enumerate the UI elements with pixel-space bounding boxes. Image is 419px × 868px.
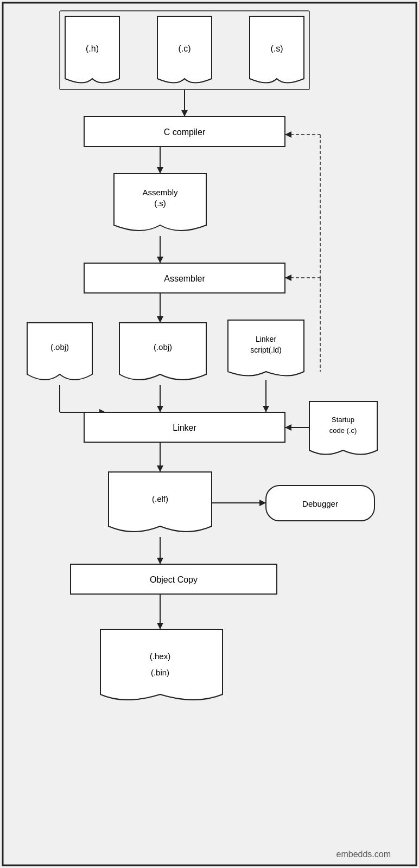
- linker-node: Linker: [84, 412, 285, 442]
- linker-script-node: Linker script(.ld): [228, 320, 304, 376]
- s-file-label: (.s): [270, 44, 283, 53]
- linker-label: Linker: [173, 423, 196, 432]
- linker-script-label1: Linker: [256, 335, 276, 343]
- diagram-container: (.h) (.c) (.s) C compiler: [0, 0, 419, 868]
- debugger-label: Debugger: [302, 499, 338, 508]
- h-file-node: (.h): [65, 16, 119, 83]
- c-compiler-label: C compiler: [164, 127, 206, 137]
- assembler-node: Assembler: [84, 263, 285, 293]
- obj1-node: (.obj): [27, 323, 92, 380]
- elf-node: (.elf): [109, 472, 212, 532]
- linker-script-label2: script(.ld): [250, 346, 282, 354]
- obj2-node: (.obj): [119, 323, 206, 380]
- h-file-label: (.h): [86, 44, 99, 53]
- watermark-text: embedds.com: [337, 850, 391, 859]
- bin-label: (.bin): [151, 668, 169, 677]
- startup-node: Startup code (.c): [309, 401, 377, 455]
- startup-label2: code (.c): [329, 426, 357, 435]
- debugger-node: Debugger: [266, 486, 374, 521]
- obj2-label: (.obj): [154, 342, 172, 352]
- assembly-node: Assembly (.s): [114, 174, 206, 231]
- s-file-node: (.s): [250, 16, 304, 83]
- obj1-label: (.obj): [50, 342, 69, 352]
- c-file-label: (.c): [178, 44, 191, 53]
- hex-bin-node: (.hex) (.bin): [100, 629, 223, 700]
- object-copy-label: Object Copy: [150, 575, 198, 584]
- assembly-label1: Assembly: [142, 188, 178, 197]
- c-compiler-node: C compiler: [84, 117, 285, 146]
- elf-label: (.elf): [152, 494, 168, 503]
- startup-label1: Startup: [332, 416, 354, 424]
- assembly-label2: (.s): [154, 199, 166, 208]
- c-file-node: (.c): [157, 16, 212, 83]
- object-copy-node: Object Copy: [71, 564, 277, 594]
- assembler-label: Assembler: [164, 274, 205, 283]
- hex-label: (.hex): [150, 652, 170, 661]
